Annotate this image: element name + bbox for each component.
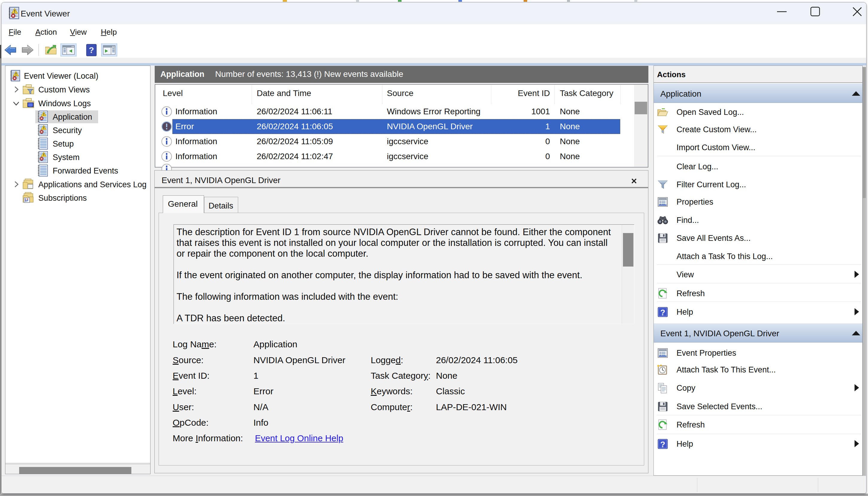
svg-text:?: ? [89,45,94,55]
